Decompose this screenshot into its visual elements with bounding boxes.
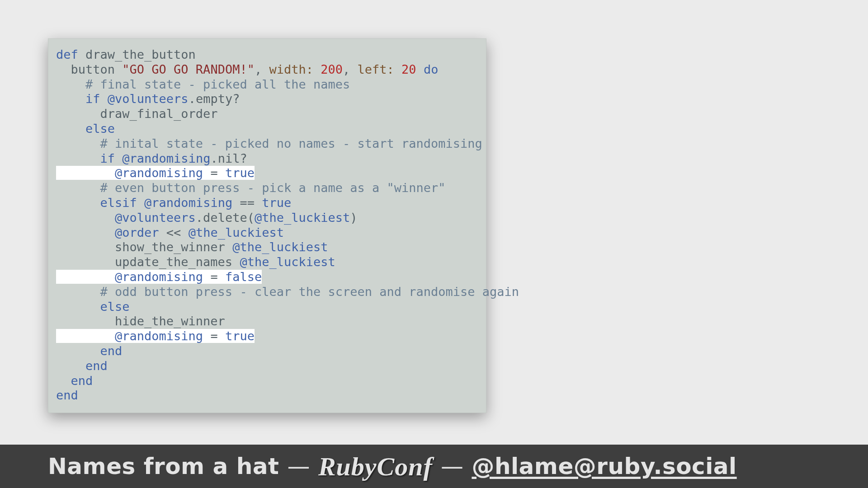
code-highlight: @randomising = true [56, 166, 255, 180]
code-token: # final state - picked all the names [56, 77, 350, 91]
code-token [56, 211, 115, 225]
code-highlight: @randomising = false [56, 270, 262, 284]
code-token [56, 122, 85, 136]
code-token: .delete( [196, 211, 255, 225]
code-token: hide_the_winner [56, 314, 225, 328]
code-token: draw_the_button [78, 47, 196, 61]
footer-brand: RubyConf [318, 451, 433, 482]
code-token: true [225, 329, 255, 343]
code-token: update_the_names [56, 255, 240, 269]
code-token: left: [358, 62, 394, 76]
code-token: if [85, 92, 100, 106]
code-token: false [225, 270, 262, 284]
code-token: true [262, 196, 291, 210]
code-token: @the_luckiest [255, 211, 350, 225]
code-token: = [203, 329, 225, 343]
code-token: draw_final_order [56, 107, 218, 121]
code-token [56, 374, 71, 388]
code-token [313, 62, 321, 76]
code-token [56, 92, 85, 106]
code-token: end [85, 359, 108, 373]
code-token: .empty? [189, 92, 240, 106]
code-token: "GO GO GO RANDOM!" [122, 62, 255, 76]
code-token: @randomising [144, 196, 232, 210]
code-token: @volunteers [115, 211, 196, 225]
footer-title: Names from a hat [48, 453, 279, 479]
code-token: ) [350, 211, 357, 225]
code-token [56, 225, 115, 239]
code-token [56, 166, 115, 180]
code-token: end [56, 388, 78, 402]
footer-handle: @hlame@ruby.social [472, 453, 736, 479]
code-token [394, 62, 401, 76]
footer-separator: — [441, 453, 464, 479]
code-token: if [100, 151, 115, 165]
code-token: @the_luckiest [232, 240, 328, 254]
code-token: @randomising [115, 166, 203, 180]
code-token [137, 196, 144, 210]
code-token: 200 [321, 62, 343, 76]
code-token: @order [115, 225, 159, 239]
code-token: # odd button press - clear the screen an… [56, 285, 519, 299]
code-token: , [255, 62, 269, 76]
code-token [115, 151, 122, 165]
code-token: end [100, 344, 123, 358]
code-token [56, 359, 85, 373]
code-token: 20 [401, 62, 416, 76]
footer-separator: — [287, 453, 310, 479]
code-token: elsif [100, 196, 137, 210]
code-token [56, 329, 115, 343]
code-token: @the_luckiest [189, 225, 284, 239]
code-token [100, 92, 108, 106]
code-token: << [159, 225, 189, 239]
code-token: do [424, 62, 439, 76]
code-token: @randomising [115, 270, 203, 284]
code-token: @volunteers [108, 92, 189, 106]
code-token: true [225, 166, 255, 180]
code-token: @randomising [122, 151, 210, 165]
code-token: width: [269, 62, 313, 76]
code-token: else [85, 122, 115, 136]
code-highlight: @randomising = true [56, 329, 255, 343]
code-block-card: def draw_the_button button "GO GO GO RAN… [48, 38, 486, 413]
code-token: end [71, 374, 93, 388]
code-token: else [100, 300, 130, 314]
code-token [56, 151, 100, 165]
footer-text: Names from a hat — RubyConf — @hlame@rub… [48, 451, 737, 482]
code-token: , [343, 62, 358, 76]
code-token: = [203, 270, 225, 284]
code-token: @the_luckiest [240, 255, 335, 269]
code-token [56, 300, 100, 314]
code-token [56, 196, 100, 210]
code-token: .nil? [210, 151, 247, 165]
code-token [416, 62, 424, 76]
slide-footer: Names from a hat — RubyConf — @hlame@rub… [0, 445, 868, 488]
code-token: show_the_winner [56, 240, 232, 254]
code-token: == [232, 196, 262, 210]
code-token: = [203, 166, 225, 180]
code-token: @randomising [115, 329, 203, 343]
code-token: button [56, 62, 122, 76]
code-token: def [56, 47, 78, 61]
code-block: def draw_the_button button "GO GO GO RAN… [56, 47, 478, 403]
slide: def draw_the_button button "GO GO GO RAN… [0, 0, 868, 488]
code-token: # even button press - pick a name as a "… [56, 181, 446, 195]
code-token: # inital state - picked no names - start… [56, 136, 482, 150]
code-token [56, 270, 115, 284]
code-token [56, 344, 100, 358]
